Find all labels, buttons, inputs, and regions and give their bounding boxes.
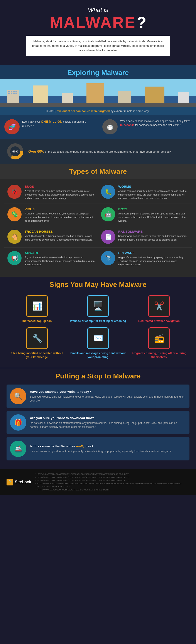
malware-icon: 📄	[101, 230, 115, 244]
five-out-of-six-stat: In 2015, five out of six companies were …	[0, 107, 196, 115]
malware-icon: 🐛	[101, 185, 115, 199]
stop-title: Are you sure you want to download that?	[30, 416, 186, 420]
malware-name: TROJAN HORSES	[25, 230, 95, 233]
malware-name: BOTS	[118, 207, 188, 211]
malware-title-row: MALWARE ?	[50, 14, 146, 31]
malware-desc: A type of malware that automatically dis…	[25, 256, 95, 266]
sign-label: Programs running, turning off or alterin…	[131, 351, 187, 359]
stop-desc: Scan your website daily for malware and …	[30, 395, 186, 402]
sign-label: Files being modified or deleted without …	[9, 351, 65, 359]
malware-desc: A type of error, flaw or failure that pr…	[25, 189, 95, 200]
types-grid: 🐞 BUGS A type of error, flaw or failure …	[0, 179, 196, 272]
stat-card-seconds: ⏱️ When hackers send malware-laced spam …	[98, 115, 196, 139]
sign-icon: 📊	[26, 295, 48, 317]
footer-ref: ² HTTP://MONEY.CNN.COM/2015/10/21/TECHNO…	[36, 476, 189, 479]
sign-card: 🔧 Files being modified or deleted withou…	[9, 327, 65, 359]
malware-title: MALWARE	[50, 14, 136, 30]
malware-name: BUGS	[25, 185, 95, 188]
footer: 🔒 SiteLock ¹ HTTP://MONEY.CNN.COM/2015/1…	[0, 469, 196, 495]
malware-name: VIRUS	[25, 207, 95, 211]
stop-card: 🎁 Are you sure you want to download that…	[7, 411, 189, 434]
stop-title: Have you scanned your website today?	[30, 390, 186, 394]
malware-name: WORMS	[118, 185, 188, 188]
footer-ref: ⁴ HTTP://WWW.BULLGUARD.COM/BULLGUARD-SEC…	[36, 482, 189, 488]
malware-desc: A type of malware that functions by spyi…	[118, 256, 188, 266]
malware-icon: 🦠	[8, 207, 22, 222]
question-mark: ?	[137, 14, 146, 31]
timer-icon: ⏱️	[102, 119, 118, 134]
malware-desc: A software program created to perform sp…	[118, 212, 188, 223]
stop-desc: Do not click or download an attachment f…	[30, 421, 186, 429]
types-title: Types of Malware	[0, 164, 196, 179]
stop-card: 🚢 Is this cruise to the Bahamas really f…	[7, 437, 189, 460]
stop-icon: 🚢	[10, 441, 26, 457]
malware-card-worms: 🐛 WORMS A worm relies on security failur…	[98, 181, 192, 204]
city-scene	[0, 79, 196, 107]
malware-icon: 🐞	[8, 185, 22, 199]
sign-card: ✉️ Emails and messages being sent withou…	[70, 327, 126, 359]
malware-name: ADWARE	[25, 251, 95, 255]
sign-icon: 🔧	[26, 327, 48, 349]
logo-icon: 🔒	[7, 479, 13, 486]
stop-card: 🔍 Have you scanned your website today? S…	[7, 384, 189, 408]
malware-card-bots: 🤖 BOTS A software program created to per…	[98, 204, 192, 226]
svg-text:60%: 60%	[13, 150, 18, 153]
malware-desc: Ransomware denies access to your files a…	[118, 234, 188, 242]
malware-icon: 🤖	[101, 207, 115, 222]
sign-icon: ✂️	[148, 295, 170, 317]
malware-desc: A piece of code that is loaded onto your…	[25, 212, 95, 223]
malware-card-ransomware: 📄 RANSOMWARE Ransomware denies access to…	[98, 226, 192, 248]
malware-card-spyware: 🔭 SPYWARE A type of malware that functio…	[98, 248, 192, 270]
stop-section: Putting a Stop to Malware 🔍 Have you sca…	[0, 368, 196, 469]
sign-icon: 🖥️	[87, 295, 109, 317]
footer-ref: ¹ HTTP://MONEY.CNN.COM/2015/10/21/TECHNO…	[36, 472, 189, 476]
types-section: Types of Malware 🐞 BUGS A type of error,…	[0, 164, 196, 277]
sign-label: Redirected browser navigation	[138, 319, 180, 323]
sign-card: 🖥️ Website or computer freezing or crash…	[70, 295, 126, 323]
signs-section: Signs You May Have Malware 📊 Increased p…	[0, 277, 196, 368]
malware-icon: 🐴	[8, 230, 22, 244]
stop-cards: 🔍 Have you scanned your website today? S…	[0, 382, 196, 465]
header-description: Malware, short for malicious software, i…	[26, 36, 170, 56]
malware-icon: 🔭	[101, 251, 115, 265]
sixty-percent-stat: 60% Over 60% of the websites that expose…	[0, 139, 196, 164]
malware-card-trojan-horses: 🐴 TROJAN HORSES Much like the myth, a Tr…	[4, 226, 98, 248]
header-section: What is MALWARE ? Malware, short for mal…	[0, 0, 196, 65]
stat-card-million: 🧬 Every day, over ONE MILLION malware th…	[0, 115, 98, 139]
sign-icon: ✉️	[87, 327, 109, 349]
what-is-label: What is	[13, 6, 183, 14]
sign-card: ✂️ Redirected browser navigation	[131, 295, 187, 323]
sign-label: Website or computer freezing or crashing	[70, 319, 126, 323]
donut-chart: 60%	[7, 143, 24, 160]
malware-card-adware: 📢 ADWARE A type of malware that automati…	[4, 248, 98, 270]
road	[0, 103, 196, 107]
signs-title: Signs You May Have Malware	[0, 277, 196, 291]
stop-title: Putting a Stop to Malware	[0, 368, 196, 382]
sign-label: Emails and messages being sent without y…	[70, 351, 126, 359]
sign-card: 📻 Programs running, turning off or alter…	[131, 327, 187, 359]
sign-card: 📊 Increased pop-up ads	[9, 295, 65, 323]
malware-card-virus: 🦠 VIRUS A piece of code that is loaded o…	[4, 204, 98, 226]
stop-icon: 🎁	[10, 414, 26, 431]
sitelock-logo: 🔒 SiteLock	[7, 479, 31, 486]
malware-icon: 📢	[8, 251, 22, 265]
stop-title: Is this cruise to the Bahamas really fre…	[30, 444, 172, 448]
malware-name: SPYWARE	[118, 251, 188, 255]
malware-name: RANSOMWARE	[118, 230, 188, 233]
sign-icon: 📻	[148, 327, 170, 349]
exploring-section: Exploring Malware In 2015, five out of s…	[0, 65, 196, 164]
signs-grid: 📊 Increased pop-up ads 🖥️ Website or com…	[0, 291, 196, 364]
footer-ref: ⁵ HTTP://WWW.MAKEUSEOF.COM/TAG/5PT-DANGE…	[36, 488, 189, 491]
stop-desc: If an ad seems too good to be true, it p…	[30, 449, 172, 453]
sign-label: Increased pop-up ads	[23, 319, 52, 323]
malware-desc: Much like the myth, a Trojan disguises i…	[25, 234, 95, 242]
exploring-title: Exploring Malware	[0, 65, 196, 79]
stop-icon: 🔍	[10, 388, 26, 404]
dna-icon: 🧬	[4, 119, 20, 134]
malware-desc: A worm relies on security failures to re…	[118, 189, 188, 200]
footer-ref: ³ HTTP://MONEY.CNN.COM/2015/10/21/TECHNO…	[36, 479, 189, 482]
malware-card-bugs: 🐞 BUGS A type of error, flaw or failure …	[4, 181, 98, 204]
footer-references: ¹ HTTP://MONEY.CNN.COM/2015/10/21/TECHNO…	[36, 472, 189, 491]
stats-grid: 🧬 Every day, over ONE MILLION malware th…	[0, 115, 196, 139]
